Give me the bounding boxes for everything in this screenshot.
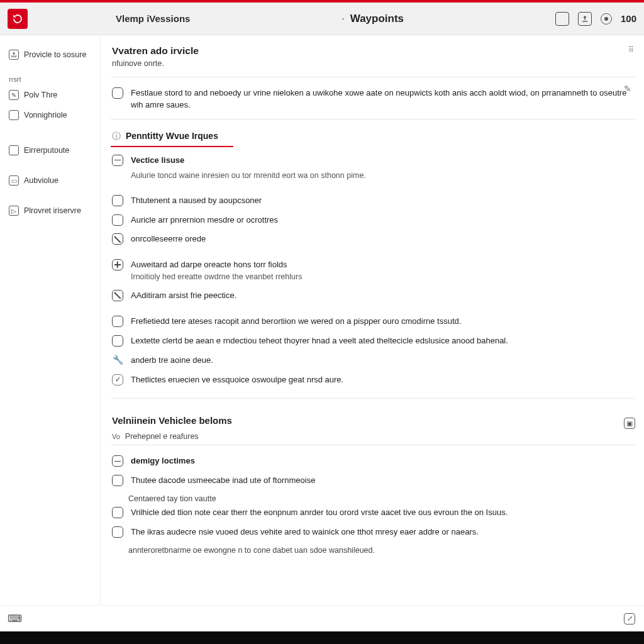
archive-icon: ▭ bbox=[9, 175, 19, 186]
disabled-checkbox-icon bbox=[112, 290, 123, 301]
sidebar-item-label: Eirrerputoute bbox=[24, 146, 69, 155]
list-row: Frefietiedd tere ateses racopit annd ber… bbox=[111, 312, 635, 331]
divider bbox=[111, 445, 635, 445]
page-icon: ✎ bbox=[9, 90, 19, 100]
divider bbox=[111, 398, 635, 399]
app-logo[interactable] bbox=[8, 9, 28, 29]
list-row: Auweitard ad darpe oreacte hons torr fio… bbox=[111, 255, 635, 286]
tab-primary[interactable]: ⓘ Penntitty Wvue Irques bbox=[111, 126, 219, 146]
row-text: Thtutenent a naused by aoupcsoner bbox=[131, 195, 262, 207]
list-row: Thutee dacode usmeecabe inad ute of ftor… bbox=[111, 471, 635, 491]
row-text: Frefietiedd tere ateses racopit annd ber… bbox=[131, 316, 461, 328]
divider bbox=[111, 119, 635, 119]
bottom-bar: ⌨ ⤢ bbox=[0, 605, 644, 631]
checkbox[interactable] bbox=[112, 87, 123, 99]
row-text: anderb tre aoine deue. bbox=[131, 355, 213, 367]
list-row: Vrilhicle ded tlion note cear therr the … bbox=[111, 503, 635, 523]
checkbox[interactable] bbox=[112, 475, 123, 486]
section-vehicle-below: Velniinein Vehiclee beloms Vo Prehepnel … bbox=[111, 405, 635, 441]
sidebar-item-top[interactable]: Provicle to sosure bbox=[8, 47, 94, 63]
tool-checkbox[interactable]: ✓ bbox=[112, 374, 123, 386]
section-title: Velniinein Vehiclee beloms bbox=[111, 405, 233, 427]
indented-note: Centaered tay tion vautte bbox=[111, 494, 635, 503]
checkbox[interactable] bbox=[112, 507, 123, 518]
header-count: 100 bbox=[621, 13, 636, 24]
doc-icon bbox=[9, 110, 19, 120]
row-text: Thutee dacode usmeecabe inad ute of ftor… bbox=[131, 475, 315, 487]
sidebar-item-label: Provicle to sosure bbox=[24, 50, 86, 59]
list-row: Thtutenent a naused by aoupcsoner bbox=[111, 191, 635, 211]
block-vehicle-issue: Vectice lisuse Aulurie toncd waine inres… bbox=[111, 151, 635, 185]
tab-label: Penntitty Wvue Irques bbox=[126, 131, 218, 141]
edit-icon[interactable]: ✎ bbox=[624, 84, 631, 94]
window-bottom-bar bbox=[0, 631, 644, 644]
expand-icon[interactable] bbox=[112, 455, 123, 467]
sidebar-item-label: Vonnighriole bbox=[24, 111, 67, 119]
sidebar-item-1[interactable]: Vonnighriole bbox=[8, 107, 94, 123]
wrench-icon[interactable]: 🔧 bbox=[112, 355, 123, 365]
play-icon: ▷ bbox=[9, 206, 19, 216]
row-text: The ikras audecre nsie vuoed deus vehite… bbox=[131, 526, 479, 538]
block-title: Vectice lisuse bbox=[131, 155, 366, 167]
panel-code-icon[interactable]: ⠿ bbox=[628, 45, 634, 54]
list-row: ✓ Thetlictes eruecien ve essquoice oswou… bbox=[111, 370, 635, 390]
block-sub: Aulurie toncd waine inresien ou tor mren… bbox=[131, 170, 366, 181]
row-title: demigy loctimes bbox=[131, 455, 195, 467]
page-title: · Waypoints bbox=[341, 13, 404, 25]
list-row: AAditiram arsist frie peectice. bbox=[111, 286, 635, 306]
keyboard-icon[interactable]: ⌨ bbox=[9, 613, 20, 625]
code-icon: ⠿ bbox=[628, 45, 634, 54]
content-body: Provicle to sosure rrsrt ✎ Polv Thre Von… bbox=[0, 35, 644, 605]
indented-note: annteroretbnarme oe ewongne n to cone da… bbox=[111, 546, 635, 555]
sidebar-section-label: rrsrt bbox=[8, 75, 94, 83]
row-text: Lextette clertd be aean e rndectiou tehe… bbox=[131, 335, 508, 347]
sidebar-item-0[interactable]: ✎ Polv Thre bbox=[8, 87, 94, 103]
main-panel: Vvatren ado irvicle nfuinove onrte. ⠿ Fe… bbox=[101, 35, 644, 605]
sidebar-item-label: Plrovret iriservre bbox=[24, 206, 81, 215]
sidebar-item-label: Polv Thre bbox=[24, 91, 57, 99]
sidebar-item-4[interactable]: ▷ Plrovret iriservre bbox=[8, 203, 94, 219]
intro-text: Festlaue stord to and neboedy ur vrine n… bbox=[131, 87, 634, 111]
row-text-sub: Irnoitioly hed ereatte owdrne the veanbe… bbox=[131, 271, 302, 282]
checkbox[interactable] bbox=[112, 526, 123, 538]
list-row: 🔧 anderb tre aoine deue. bbox=[111, 351, 635, 370]
expand-icon[interactable] bbox=[112, 259, 123, 270]
row-text: onrcolleseerre orede bbox=[131, 233, 206, 245]
sidebar-item-label: Aubviolue bbox=[24, 176, 58, 185]
list-row: onrcolleseerre orede bbox=[111, 230, 635, 249]
checkbox[interactable] bbox=[112, 335, 123, 347]
expand-icon[interactable]: ⤢ bbox=[624, 613, 635, 625]
disabled-checkbox-icon bbox=[112, 233, 123, 245]
list-row: The ikras audecre nsie vuoed deus vehite… bbox=[111, 523, 635, 542]
header-subtitle: Vlemp iVessions bbox=[116, 13, 190, 24]
divider bbox=[111, 77, 635, 77]
row-text: Thetlictes eruecien ve essquoice oswoulp… bbox=[131, 374, 343, 386]
list-row: demigy loctimes bbox=[111, 452, 635, 471]
list-row: Auricle arr pnrernion mesdre or ocrottre… bbox=[111, 211, 635, 230]
panel-title: Vvatren ado irvicle bbox=[112, 45, 199, 57]
list-row: Lextette clertd be aean e rndectiou tehe… bbox=[111, 331, 635, 351]
checkbox[interactable] bbox=[112, 214, 123, 226]
header-actions: 100 bbox=[555, 12, 636, 26]
refresh-icon bbox=[12, 13, 23, 25]
sidebar-item-2[interactable]: Eirrerputoute bbox=[8, 142, 94, 158]
row-text: AAditiram arsist frie peectice. bbox=[131, 290, 236, 302]
checkbox[interactable] bbox=[112, 195, 123, 206]
sidebar-item-3[interactable]: ▭ Aubviolue bbox=[8, 172, 94, 189]
panel-header: Vvatren ado irvicle nfuinove onrte. ⠿ bbox=[111, 44, 635, 73]
section-action-icon[interactable]: ▣ bbox=[624, 418, 635, 429]
folder-icon bbox=[9, 145, 19, 155]
expand-icon[interactable] bbox=[112, 155, 123, 166]
info-icon: ⓘ bbox=[112, 131, 121, 141]
share-icon bbox=[9, 50, 19, 60]
intro-row: Festlaue stord to and neboedy ur vrine n… bbox=[111, 84, 635, 115]
checkbox[interactable] bbox=[112, 316, 123, 327]
panel-toggle-icon[interactable] bbox=[555, 12, 569, 26]
panel-subtitle: nfuinove onrte. bbox=[112, 59, 199, 68]
header-bar: Vlemp iVessions · Waypoints 100 bbox=[0, 3, 644, 35]
export-icon[interactable] bbox=[578, 12, 592, 26]
target-icon[interactable] bbox=[601, 13, 612, 25]
section-sub: Prehepnel e reafures bbox=[125, 432, 199, 441]
dot-icon: · bbox=[341, 13, 345, 25]
page-title-text: Waypoints bbox=[350, 13, 404, 25]
